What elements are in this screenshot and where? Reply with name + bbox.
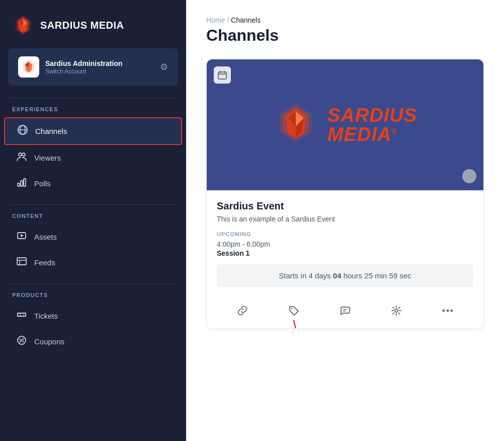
sidebar-item-coupons[interactable]: Coupons — [4, 329, 182, 354]
viewers-icon — [16, 151, 27, 165]
svg-rect-15 — [18, 183, 20, 186]
card-chat-button[interactable] — [319, 301, 371, 320]
page-title: Channels — [206, 26, 484, 45]
svg-point-28 — [23, 341, 24, 342]
card-tag-button[interactable] — [268, 301, 319, 320]
card-time-range: 4:00pm - 6:00pm — [217, 240, 473, 248]
card-session-label: Session 1 — [217, 249, 473, 257]
feeds-label: Feeds — [34, 258, 55, 267]
tickets-icon — [16, 309, 27, 323]
account-settings-button[interactable]: ⚙ — [160, 61, 168, 72]
sidebar-item-assets[interactable]: Assets — [4, 224, 182, 250]
account-name: Sardius Administration — [45, 59, 154, 68]
card-settings-button[interactable] — [371, 301, 422, 320]
account-section: Sardius Administration Switch Account ⚙ — [8, 48, 178, 86]
polls-label: Polls — [34, 179, 51, 188]
account-avatar — [18, 56, 39, 78]
svg-point-48 — [447, 310, 449, 312]
sidebar-logo: SARDIUS MEDIA — [0, 0, 186, 48]
sidebar-item-polls[interactable]: Polls — [4, 171, 182, 196]
card-more-button[interactable] — [422, 305, 473, 316]
svg-marker-19 — [21, 234, 24, 237]
card-calendar-icon — [214, 66, 231, 84]
channels-icon — [17, 124, 28, 138]
card-upcoming-label: UPCOMING — [217, 231, 473, 237]
breadcrumb-current: Channels — [231, 16, 261, 24]
svg-point-41 — [291, 308, 293, 310]
breadcrumb-separator: / — [227, 16, 231, 24]
sidebar-item-feeds[interactable]: Feeds — [4, 250, 182, 275]
assets-label: Assets — [34, 233, 57, 241]
card-brand-text: SARDIUS MEDIA® — [327, 106, 417, 144]
content-divider — [10, 204, 176, 205]
switch-account-link[interactable]: Switch Account — [45, 68, 154, 75]
breadcrumb: Home / Channels — [206, 16, 484, 24]
svg-line-42 — [294, 320, 298, 329]
channels-label: Channels — [35, 127, 67, 135]
experiences-section-label: EXPERIENCES — [0, 106, 186, 117]
card-countdown: Starts in 4 days 04 hours 25 min 59 sec — [217, 264, 473, 287]
sidebar: SARDIUS MEDIA Sardius Administration Swi… — [0, 0, 186, 441]
sidebar-item-tickets[interactable]: Tickets — [4, 303, 182, 329]
svg-rect-29 — [218, 72, 226, 79]
svg-point-47 — [443, 310, 445, 312]
products-divider — [10, 283, 176, 284]
card-pagination-dot — [462, 169, 476, 183]
svg-point-49 — [451, 310, 453, 312]
card-event-title: Sardius Event — [217, 200, 473, 212]
logo-text: SARDIUS MEDIA — [40, 20, 124, 31]
assets-icon — [16, 230, 27, 244]
card-image: SARDIUS MEDIA® — [207, 59, 483, 190]
svg-point-27 — [20, 339, 21, 340]
tickets-label: Tickets — [34, 312, 58, 320]
products-section-label: PRODUCTS — [0, 292, 186, 303]
svg-point-13 — [19, 153, 22, 156]
feeds-icon — [16, 256, 27, 269]
svg-point-46 — [395, 309, 398, 312]
coupons-label: Coupons — [34, 337, 64, 346]
svg-rect-16 — [21, 181, 23, 186]
card-event-description: This is an example of a Sardius Event — [217, 215, 473, 223]
sidebar-item-viewers[interactable]: Viewers — [4, 145, 182, 171]
breadcrumb-home[interactable]: Home — [206, 16, 225, 24]
card-body: Sardius Event This is an example of a Sa… — [207, 190, 483, 287]
card-brand-logo: SARDIUS MEDIA® — [273, 102, 417, 148]
polls-icon — [16, 177, 27, 190]
card-crystal-icon — [273, 102, 318, 148]
viewers-label: Viewers — [34, 154, 61, 162]
main-content: Home / Channels Channels — [186, 0, 504, 441]
content-section-label: CONTENT — [0, 213, 186, 224]
card-actions — [207, 294, 483, 328]
svg-rect-17 — [24, 179, 26, 186]
red-arrow-annotation — [284, 320, 304, 329]
account-info: Sardius Administration Switch Account — [45, 59, 154, 75]
sidebar-item-channels[interactable]: Channels — [4, 117, 182, 145]
svg-point-14 — [22, 153, 25, 156]
sardius-logo-icon — [12, 14, 34, 36]
channel-card: SARDIUS MEDIA® Sardius Event This is an … — [206, 59, 484, 329]
card-link-button[interactable] — [217, 301, 268, 320]
sidebar-divider — [10, 98, 176, 98]
coupons-icon — [16, 335, 27, 348]
svg-rect-20 — [17, 258, 26, 265]
